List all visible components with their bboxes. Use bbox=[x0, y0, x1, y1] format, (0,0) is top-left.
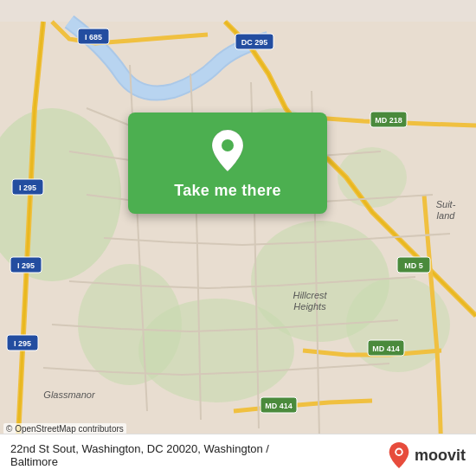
moovit-logo: moovit bbox=[387, 441, 466, 469]
svg-text:Glassmanor: Glassmanor bbox=[43, 389, 96, 400]
map-container: I 685 DC 295 MD 218 I 295 I 295 I 295 MD… bbox=[0, 0, 476, 476]
svg-text:MD 414: MD 414 bbox=[372, 344, 400, 353]
svg-text:land: land bbox=[437, 210, 456, 221]
svg-text:Hillcrest: Hillcrest bbox=[293, 290, 327, 300]
svg-point-31 bbox=[222, 139, 234, 151]
moovit-brand-name: moovit bbox=[415, 447, 466, 463]
svg-point-33 bbox=[396, 449, 402, 454]
location-pin-icon bbox=[205, 128, 250, 173]
address-text: 22nd St Sout, Washington, DC 20020, Wash… bbox=[10, 442, 387, 468]
svg-text:MD 218: MD 218 bbox=[375, 116, 402, 125]
svg-text:Heights: Heights bbox=[293, 301, 326, 312]
svg-text:MD 5: MD 5 bbox=[404, 261, 423, 270]
moovit-pin-icon bbox=[387, 441, 411, 469]
take-me-there-card[interactable]: Take me there bbox=[128, 113, 327, 214]
take-me-there-label: Take me there bbox=[174, 182, 281, 200]
svg-text:MD 414: MD 414 bbox=[265, 402, 293, 410]
svg-text:I 295: I 295 bbox=[17, 261, 35, 270]
map-background: I 685 DC 295 MD 218 I 295 I 295 I 295 MD… bbox=[0, 0, 476, 476]
svg-text:Suit-: Suit- bbox=[436, 199, 456, 209]
svg-text:DC 295: DC 295 bbox=[241, 38, 268, 47]
svg-text:I 685: I 685 bbox=[85, 33, 102, 42]
bottom-bar: 22nd St Sout, Washington, DC 20020, Wash… bbox=[0, 434, 476, 476]
svg-text:I 295: I 295 bbox=[14, 339, 31, 348]
svg-text:I 295: I 295 bbox=[19, 183, 36, 192]
